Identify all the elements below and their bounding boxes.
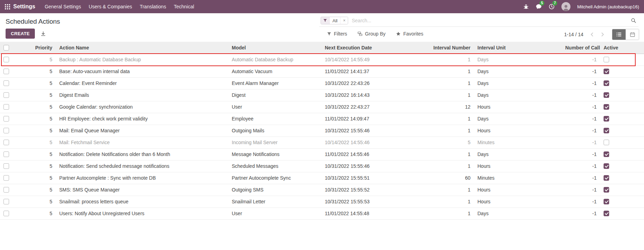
filter-funnel-icon — [321, 17, 329, 24]
cell-interval-unit: Days — [474, 77, 562, 89]
pager-next-icon[interactable] — [599, 31, 606, 38]
row-select-checkbox[interactable] — [3, 151, 9, 157]
cell-interval-number: 1 — [404, 184, 474, 196]
cell-interval-unit: Days — [474, 54, 562, 65]
column-next-execution-date[interactable]: Next Execution Date — [321, 42, 404, 54]
row-select-checkbox[interactable] — [3, 104, 9, 110]
apps-grid-icon[interactable] — [5, 4, 10, 9]
column-action-name[interactable]: Action Name — [56, 42, 228, 54]
row-select-checkbox[interactable] — [3, 116, 9, 122]
create-button[interactable]: CREATE — [6, 29, 35, 39]
activities-clock-icon[interactable]: 7 — [549, 3, 555, 10]
header-select-all[interactable] — [0, 42, 16, 54]
user-avatar[interactable] — [561, 2, 570, 11]
column-active[interactable]: Active — [600, 42, 644, 54]
row-select-cell — [0, 136, 16, 148]
user-menu[interactable]: Mitchell Admin (autobackup16) — [577, 4, 639, 9]
table-header-row: Priority Action Name Model Next Executio… — [0, 42, 644, 54]
menu-general-settings[interactable]: General Settings — [41, 0, 85, 13]
messages-icon[interactable]: 5 — [536, 3, 542, 10]
row-select-checkbox[interactable] — [3, 175, 9, 181]
active-checkbox[interactable] — [604, 187, 609, 193]
table-row[interactable]: 5Notification: Delete Notifications olde… — [0, 148, 644, 160]
column-number-of-calls[interactable]: Number of Calls — [562, 42, 600, 54]
active-checkbox[interactable] — [604, 128, 609, 133]
row-select-checkbox[interactable] — [3, 140, 9, 145]
row-select-checkbox[interactable] — [3, 128, 9, 133]
table-row[interactable]: 5Mail: Fetchmail ServiceIncoming Mail Se… — [0, 136, 644, 148]
table-row[interactable]: 5Digest EmailsDigest10/31/2022 16:14:431… — [0, 89, 644, 101]
active-checkbox[interactable] — [604, 163, 609, 169]
list-view-button[interactable] — [612, 29, 626, 40]
cell-priority: 5 — [16, 196, 56, 208]
column-priority[interactable]: Priority — [16, 42, 56, 54]
active-checkbox[interactable] — [604, 211, 609, 216]
active-checkbox[interactable] — [604, 151, 609, 157]
table-row[interactable]: 5Users: Notify About Unregistered UsersU… — [0, 208, 644, 219]
table-row[interactable]: 5Partner Autocomplete : Sync with remote… — [0, 172, 644, 184]
table-row[interactable]: 5Calendar: Event ReminderEvent Alarm Man… — [0, 77, 644, 89]
row-select-cell — [0, 125, 16, 136]
active-checkbox[interactable] — [604, 69, 609, 74]
select-all-checkbox[interactable] — [3, 45, 9, 50]
active-checkbox[interactable] — [604, 80, 609, 86]
cell-model: Incoming Mail Server — [228, 136, 321, 148]
table-row[interactable]: 5HR Employee: check work permit validity… — [0, 113, 644, 125]
column-interval-number[interactable]: Interval Number — [404, 42, 474, 54]
active-checkbox[interactable] — [604, 199, 609, 204]
row-select-checkbox[interactable] — [3, 187, 9, 193]
favorites-button[interactable]: Favorites — [396, 31, 423, 37]
table-row[interactable]: 5SMS: SMS Queue ManagerOutgoing SMS10/31… — [0, 184, 644, 196]
table-row[interactable]: 5Mail: Email Queue ManagerOutgoing Mails… — [0, 125, 644, 136]
cell-action-name: Users: Notify About Unregistered Users — [56, 208, 228, 219]
facet-remove-icon[interactable]: × — [340, 17, 348, 24]
row-select-checkbox[interactable] — [3, 80, 9, 86]
cell-number-of-calls: -1 — [562, 101, 600, 113]
row-select-checkbox[interactable] — [3, 163, 9, 169]
column-interval-unit[interactable]: Interval Unit — [474, 42, 562, 54]
search-bar[interactable]: All × — [319, 16, 638, 27]
debug-bug-icon[interactable] — [523, 4, 529, 10]
table-row[interactable]: 5Google Calendar: synchronizationUser10/… — [0, 101, 644, 113]
active-checkbox[interactable] — [604, 116, 609, 122]
cell-next-execution-date: 10/14/2022 14:55:46 — [321, 136, 404, 148]
row-select-checkbox[interactable] — [3, 69, 9, 74]
row-select-checkbox[interactable] — [3, 57, 9, 62]
cell-next-execution-date: 10/31/2022 15:55:53 — [321, 196, 404, 208]
active-checkbox[interactable] — [604, 175, 609, 181]
calendar-view-button[interactable] — [626, 29, 639, 40]
cell-number-of-calls: -1 — [562, 54, 600, 65]
cell-active — [600, 113, 644, 125]
active-checkbox[interactable] — [604, 57, 609, 62]
column-model[interactable]: Model — [228, 42, 321, 54]
active-checkbox[interactable] — [604, 140, 609, 145]
row-select-checkbox[interactable] — [3, 92, 9, 98]
search-input[interactable] — [352, 18, 627, 23]
table-row[interactable]: 5Notification: Send scheduled message no… — [0, 160, 644, 172]
pager-and-views: 1-14 / 14 — [564, 29, 639, 40]
cell-interval-unit: Minutes — [474, 172, 562, 184]
cell-priority: 5 — [16, 148, 56, 160]
table-row[interactable]: 5Backup : Automatic Database BackupAutom… — [0, 54, 644, 65]
cell-priority: 5 — [16, 160, 56, 172]
search-options: Filters Group By Favorites — [327, 31, 423, 37]
export-download-icon[interactable] — [40, 31, 46, 37]
cell-interval-unit: Days — [474, 89, 562, 101]
menu-technical[interactable]: Technical — [170, 0, 198, 13]
table-row[interactable]: 5Base: Auto-vacuum internal dataAutomati… — [0, 65, 644, 77]
search-icon[interactable] — [631, 18, 636, 23]
cell-action-name: Backup : Automatic Database Backup — [56, 54, 228, 65]
row-select-checkbox[interactable] — [3, 199, 9, 204]
menu-users-companies[interactable]: Users & Companies — [85, 0, 136, 13]
app-brand[interactable]: Settings — [13, 3, 35, 10]
row-select-checkbox[interactable] — [3, 211, 9, 216]
active-checkbox[interactable] — [604, 92, 609, 98]
menu-translations[interactable]: Translations — [136, 0, 170, 13]
filters-button[interactable]: Filters — [327, 31, 347, 37]
cell-model: User — [228, 208, 321, 219]
table-row[interactable]: 5Snailmail: process letters queueSnailma… — [0, 196, 644, 208]
cell-active — [600, 160, 644, 172]
active-checkbox[interactable] — [604, 104, 609, 110]
pager-previous-icon[interactable] — [588, 31, 596, 38]
group-by-button[interactable]: Group By — [358, 31, 385, 37]
